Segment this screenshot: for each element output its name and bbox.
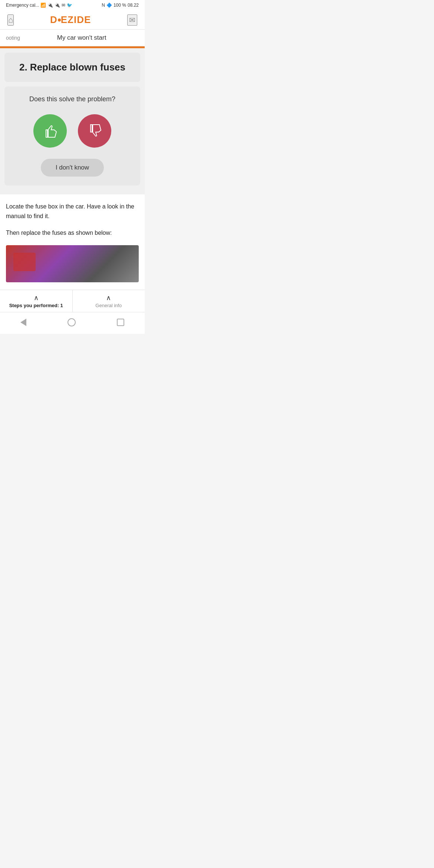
home-button[interactable]: ⌂ bbox=[7, 14, 14, 26]
logo-text: D bbox=[50, 14, 57, 26]
time-label: 08.22 bbox=[128, 3, 139, 8]
steps-chevron-icon: ∧ bbox=[34, 294, 39, 302]
thumbs-up-button[interactable] bbox=[33, 114, 67, 148]
emergency-call-label: Emergency cal... bbox=[6, 3, 39, 8]
home-nav-icon bbox=[68, 318, 76, 326]
logo-text-rest: EZIDE bbox=[61, 14, 91, 26]
bluetooth-icon: 🔷 bbox=[106, 3, 112, 8]
nav-bar: ooting My car won't start bbox=[0, 30, 145, 46]
usb-icon: 🔌 bbox=[55, 3, 60, 8]
thumbs-up-icon bbox=[41, 122, 59, 140]
general-info-section[interactable]: ∧ General info bbox=[73, 290, 145, 312]
question-card: Does this solve the problem? I don't kno… bbox=[4, 86, 140, 185]
mail-icon: ✉ bbox=[62, 3, 65, 8]
logo-dot bbox=[58, 19, 61, 22]
signal-icon: 📶 bbox=[40, 3, 46, 8]
mail-button[interactable]: ✉ bbox=[127, 14, 137, 26]
thumbs-down-icon bbox=[85, 122, 104, 140]
nav-title: My car won't start bbox=[24, 34, 139, 42]
nfc-icon: N bbox=[102, 3, 105, 8]
recents-nav-icon bbox=[117, 319, 124, 326]
back-label: ooting bbox=[6, 35, 20, 41]
description-section: Locate the fuse box in the car. Have a l… bbox=[0, 194, 145, 290]
description-text2: Then replace the fuses as shown below: bbox=[6, 228, 139, 238]
general-info-label: General info bbox=[95, 303, 122, 308]
status-right: N 🔷 100 % 08.22 bbox=[102, 3, 139, 8]
step-title: 2. Replace blown fuses bbox=[12, 62, 133, 73]
app-header: ⌂ DEZIDE ✉ bbox=[0, 10, 145, 30]
bird-icon: 🐦 bbox=[67, 3, 72, 8]
status-bar: Emergency cal... 📶 🔌 🔌 ✉ 🐦 N 🔷 100 % 08.… bbox=[0, 0, 145, 10]
back-nav-icon bbox=[20, 319, 26, 326]
description-text1: Locate the fuse box in the car. Have a l… bbox=[6, 202, 139, 221]
steps-performed-section[interactable]: ∧ Steps you performed: 1 bbox=[0, 290, 73, 312]
main-content: 2. Replace blown fuses Does this solve t… bbox=[0, 48, 145, 194]
back-nav-button[interactable] bbox=[13, 316, 34, 328]
wifi-icon: 🔌 bbox=[47, 3, 53, 8]
instruction-image bbox=[6, 245, 139, 282]
status-left: Emergency cal... 📶 🔌 🔌 ✉ 🐦 bbox=[6, 3, 72, 8]
system-nav bbox=[0, 312, 145, 334]
question-text: Does this solve the problem? bbox=[29, 95, 115, 103]
general-info-chevron-icon: ∧ bbox=[106, 294, 111, 302]
battery-label: 100 % bbox=[114, 3, 126, 8]
step-title-card: 2. Replace blown fuses bbox=[4, 53, 140, 82]
home-nav-button[interactable] bbox=[60, 316, 83, 329]
thumbs-down-button[interactable] bbox=[78, 114, 111, 148]
bottom-bar: ∧ Steps you performed: 1 ∧ General info bbox=[0, 290, 145, 312]
feedback-buttons bbox=[33, 114, 111, 148]
recents-nav-button[interactable] bbox=[109, 316, 132, 328]
steps-performed-label: Steps you performed: 1 bbox=[9, 303, 63, 308]
dont-know-button[interactable]: I don't know bbox=[41, 159, 104, 177]
app-logo: DEZIDE bbox=[50, 14, 91, 26]
